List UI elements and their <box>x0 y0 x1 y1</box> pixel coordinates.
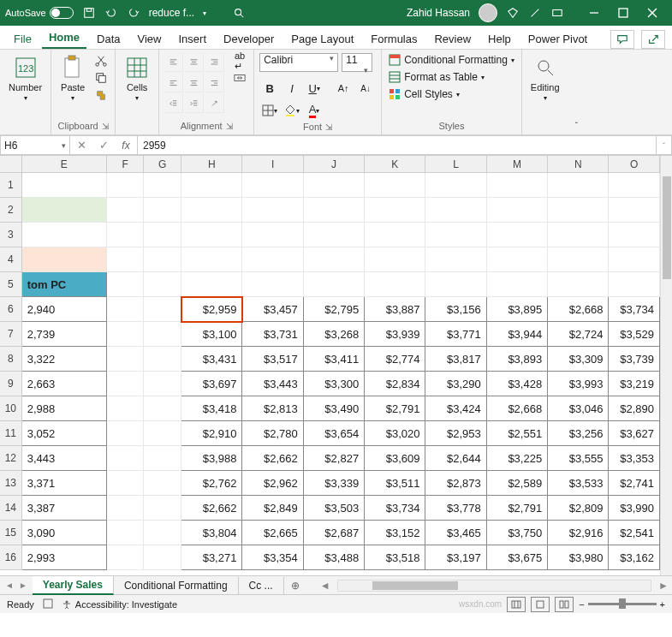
cell-K7[interactable]: $3,939 <box>365 322 425 347</box>
cell-N10[interactable]: $3,046 <box>548 396 609 421</box>
cell-E15[interactable]: 3,090 <box>22 521 107 545</box>
cell-J6[interactable]: $2,795 <box>304 297 365 322</box>
borders-button[interactable]: ▾ <box>259 101 280 120</box>
cell-I3[interactable] <box>242 223 303 247</box>
cell-L1[interactable] <box>425 173 486 198</box>
cell-E16[interactable]: 2,993 <box>22 545 107 570</box>
row-header-5[interactable]: 5 <box>0 272 22 297</box>
cell-E13[interactable]: 3,371 <box>22 471 107 496</box>
cell-N8[interactable]: $3,309 <box>548 347 609 372</box>
cell-E1[interactable] <box>22 173 107 198</box>
cell-J3[interactable] <box>304 223 365 247</box>
cell-J2[interactable] <box>304 198 365 223</box>
window-icon[interactable] <box>550 6 564 20</box>
font-launcher[interactable]: ⇲ <box>325 122 332 132</box>
cell-H14[interactable]: $2,662 <box>181 496 242 521</box>
cell-J14[interactable]: $3,503 <box>304 496 365 521</box>
cell-N12[interactable]: $3,555 <box>548 446 609 471</box>
redo-icon[interactable] <box>127 6 140 20</box>
cell-E6[interactable]: 2,940 <box>22 297 107 322</box>
cell-H15[interactable]: $3,804 <box>181 521 242 545</box>
cell-O9[interactable]: $3,219 <box>609 372 659 396</box>
merge-icon[interactable] <box>231 70 248 86</box>
cell-K9[interactable]: $2,834 <box>365 372 425 396</box>
row-header-11[interactable]: 11 <box>0 421 22 446</box>
cell-styles-button[interactable]: Cell Styles▾ <box>387 87 516 101</box>
align-top-center[interactable] <box>185 53 204 72</box>
cell-M12[interactable]: $3,225 <box>487 446 548 471</box>
cell-K15[interactable]: $3,152 <box>365 521 425 545</box>
select-all-triangle[interactable] <box>0 156 22 173</box>
column-header-J[interactable]: J <box>304 156 365 173</box>
cell-H12[interactable]: $3,988 <box>181 446 242 471</box>
normal-view-icon[interactable] <box>507 597 526 612</box>
cell-E7[interactable]: 2,739 <box>22 322 107 347</box>
cell-J4[interactable] <box>304 247 365 272</box>
align-top-left[interactable] <box>164 53 183 72</box>
cell-J15[interactable]: $2,687 <box>304 521 365 545</box>
cell-L14[interactable]: $3,778 <box>425 496 486 521</box>
cell-K3[interactable] <box>365 223 425 247</box>
cell-K6[interactable]: $3,887 <box>365 297 425 322</box>
cell-N14[interactable]: $2,809 <box>548 496 609 521</box>
cell-M10[interactable]: $2,668 <box>487 396 548 421</box>
macro-record-icon[interactable] <box>43 598 53 610</box>
undo-icon[interactable] <box>104 6 118 20</box>
row-header-6[interactable]: 6 <box>0 297 22 322</box>
row-header-9[interactable]: 9 <box>0 372 22 396</box>
cell-E9[interactable]: 2,663 <box>22 372 107 396</box>
cell-O16[interactable]: $3,162 <box>609 545 659 570</box>
tab-page-layout[interactable]: Page Layout <box>284 29 360 49</box>
cell-N2[interactable] <box>548 198 609 223</box>
cell-G15[interactable] <box>144 521 181 545</box>
cell-I11[interactable]: $2,780 <box>242 421 303 446</box>
fill-color-button[interactable]: ▾ <box>282 101 302 120</box>
underline-button[interactable]: U ▾ <box>304 79 324 98</box>
cell-M14[interactable]: $2,791 <box>487 496 548 521</box>
cell-M6[interactable]: $3,895 <box>487 297 548 322</box>
cell-I6[interactable]: $3,457 <box>242 297 303 322</box>
hscroll-left[interactable]: ◄ <box>317 580 334 592</box>
cell-H4[interactable] <box>181 247 242 272</box>
cell-G13[interactable] <box>144 471 181 496</box>
column-header-O[interactable]: O <box>609 156 659 173</box>
cell-L13[interactable]: $2,873 <box>425 471 486 496</box>
cell-O6[interactable]: $3,734 <box>609 297 659 322</box>
cell-J7[interactable]: $3,268 <box>304 322 365 347</box>
search-icon[interactable] <box>232 6 246 20</box>
row-header-13[interactable]: 13 <box>0 471 22 496</box>
tab-data[interactable]: Data <box>90 29 127 49</box>
sheet-tab-yearly-sales[interactable]: Yearly Sales <box>33 576 114 595</box>
column-header-K[interactable]: K <box>365 156 425 173</box>
cell-F7[interactable] <box>107 322 145 347</box>
cell-K1[interactable] <box>365 173 425 198</box>
cell-K12[interactable]: $3,609 <box>365 446 425 471</box>
cell-M3[interactable] <box>487 223 548 247</box>
zoom-slider[interactable] <box>588 603 657 605</box>
row-header-2[interactable]: 2 <box>0 198 22 223</box>
cell-G9[interactable] <box>144 372 181 396</box>
increase-indent[interactable] <box>185 94 204 113</box>
cell-L8[interactable]: $3,817 <box>425 347 486 372</box>
cell-H1[interactable] <box>181 173 242 198</box>
minimize-button[interactable] <box>580 0 609 26</box>
cell-F12[interactable] <box>107 446 145 471</box>
cell-F15[interactable] <box>107 521 145 545</box>
copy-icon[interactable] <box>92 70 110 86</box>
cell-F13[interactable] <box>107 471 145 496</box>
cell-E11[interactable]: 3,052 <box>22 421 107 446</box>
align-right[interactable] <box>205 74 224 92</box>
filename-dropdown-icon[interactable]: ▾ <box>203 9 206 17</box>
cell-G16[interactable] <box>144 545 181 570</box>
cell-M7[interactable]: $3,944 <box>487 322 548 347</box>
cell-J11[interactable]: $3,654 <box>304 421 365 446</box>
cell-E12[interactable]: 3,443 <box>22 446 107 471</box>
cell-J9[interactable]: $3,300 <box>304 372 365 396</box>
cell-I2[interactable] <box>242 198 303 223</box>
username[interactable]: Zahid Hassan <box>407 7 470 19</box>
cell-O7[interactable]: $3,529 <box>609 322 659 347</box>
wrap-text-icon[interactable]: ab↵ <box>231 53 248 68</box>
cell-M15[interactable]: $3,750 <box>487 521 548 545</box>
cell-G7[interactable] <box>144 322 181 347</box>
avatar[interactable] <box>479 3 497 22</box>
